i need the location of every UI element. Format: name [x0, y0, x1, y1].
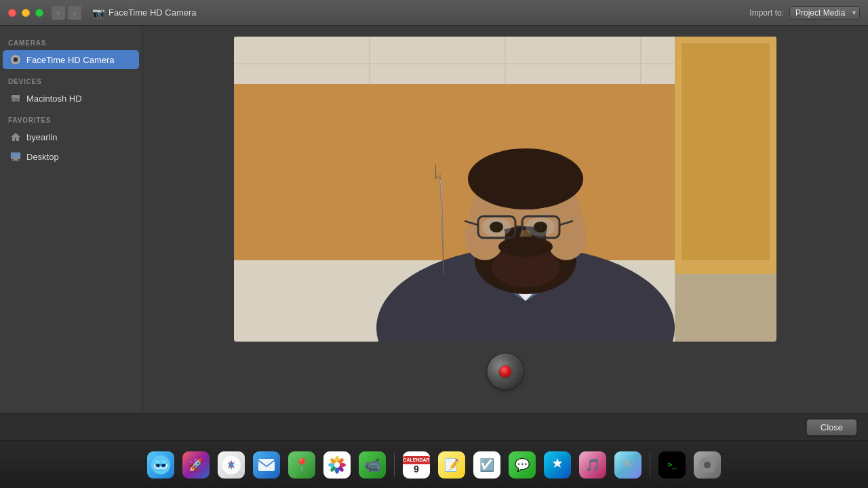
record-button[interactable]	[488, 354, 523, 389]
hdd-icon	[9, 92, 22, 104]
svg-point-2	[14, 58, 17, 61]
svg-rect-19	[234, 84, 675, 260]
dock-item-safari[interactable]	[215, 449, 248, 481]
svg-point-28	[468, 148, 583, 209]
svg-rect-8	[11, 152, 20, 157]
svg-point-66	[334, 462, 340, 468]
itunes-icon: 🎵	[579, 451, 606, 479]
devices-section-label: DEVICES	[0, 70, 142, 88]
sidebar-item-facetime-label: FaceTime HD Camera	[26, 55, 115, 65]
reminders-icon: ☑️	[473, 451, 500, 479]
sidebar-item-macintosh[interactable]: Macintosh HD	[3, 89, 139, 108]
camera-feed	[234, 37, 776, 342]
cameras-section-label: CAMERAS	[0, 31, 142, 49]
window-controls	[8, 9, 43, 17]
svg-rect-21	[682, 43, 770, 260]
svg-rect-70	[707, 470, 709, 473]
dock-item-preview[interactable]: 👁	[612, 449, 644, 481]
photos-icon	[323, 451, 351, 479]
nav-arrows: ‹ ›	[52, 6, 81, 20]
svg-rect-10	[12, 161, 19, 161]
dock-item-maps[interactable]: 📍	[285, 449, 318, 481]
svg-rect-71	[699, 464, 703, 466]
dock-item-messages[interactable]: 💬	[506, 449, 538, 481]
import-select-wrapper[interactable]: Project Media Library Desktop	[789, 6, 860, 20]
svg-rect-69	[707, 457, 709, 460]
content-area	[142, 26, 868, 413]
sidebar-item-desktop-label: Desktop	[26, 152, 59, 162]
bottom-bar: Close	[0, 413, 868, 441]
dock-item-appstore[interactable]	[541, 449, 574, 481]
mail-icon	[253, 451, 280, 479]
appstore-icon	[544, 451, 571, 479]
terminal-icon: >_	[658, 451, 686, 479]
dock-item-notes[interactable]: 📝	[435, 449, 468, 481]
forward-arrow[interactable]: ›	[68, 6, 81, 20]
calendar-icon: CALENDAR 9	[403, 451, 430, 479]
messages-icon: 💬	[509, 451, 536, 479]
svg-point-41	[534, 222, 547, 232]
camera-sidebar-icon	[9, 54, 22, 66]
sidebar-item-facetime-camera[interactable]: FaceTime HD Camera	[3, 50, 139, 69]
back-arrow[interactable]: ‹	[52, 6, 65, 20]
camera-icon: 📷	[92, 7, 104, 19]
svg-rect-72	[712, 464, 715, 466]
dock-item-terminal[interactable]: >_	[656, 449, 688, 481]
dock-item-mail[interactable]	[250, 449, 283, 481]
dock-item-system-prefs[interactable]	[691, 449, 724, 481]
close-button[interactable]: Close	[806, 419, 857, 436]
favorites-section-label: FAVORITES	[0, 108, 142, 127]
system-prefs-icon	[694, 451, 721, 479]
dock-separator	[394, 453, 395, 477]
safari-icon	[218, 451, 245, 479]
finder-icon	[147, 451, 174, 479]
window-title: FaceTime HD Camera	[108, 7, 197, 18]
video-container	[234, 37, 776, 342]
sidebar-item-byearlin[interactable]: byearlin	[3, 127, 139, 146]
sidebar-item-macintosh-label: Macintosh HD	[26, 94, 82, 104]
svg-point-6	[18, 100, 19, 101]
svg-rect-9	[14, 159, 18, 161]
dock-item-finder[interactable]	[144, 449, 177, 481]
dock: 🚀 📍	[0, 441, 868, 488]
dock-item-reminders[interactable]: ☑️	[471, 449, 503, 481]
svg-point-32	[546, 213, 587, 260]
minimize-window-button[interactable]	[22, 9, 30, 17]
sidebar-item-byearlin-label: byearlin	[26, 132, 58, 142]
desktop-icon	[9, 150, 22, 163]
dock-item-facetime[interactable]: 📹	[356, 449, 389, 481]
import-to-select[interactable]: Project Media Library Desktop	[789, 6, 860, 20]
dock-item-itunes[interactable]: 🎵	[576, 449, 609, 481]
record-button-area	[488, 354, 523, 389]
preview-icon: 👁	[614, 451, 642, 479]
svg-point-42	[498, 237, 553, 257]
dock-item-calendar[interactable]: CALENDAR 9	[400, 449, 433, 481]
dock-item-photos[interactable]	[321, 449, 353, 481]
svg-rect-56	[258, 459, 275, 471]
svg-point-68	[704, 462, 711, 468]
facetime-icon: 📹	[359, 451, 386, 479]
svg-point-40	[490, 222, 503, 232]
home-icon	[9, 131, 22, 143]
svg-rect-5	[13, 100, 15, 101]
sidebar: CAMERAS FaceTime HD Camera DEVICES	[0, 26, 142, 413]
main-area: CAMERAS FaceTime HD Camera DEVICES	[0, 26, 868, 413]
launchpad-icon: 🚀	[182, 451, 210, 479]
sidebar-item-desktop[interactable]: Desktop	[3, 147, 139, 166]
titlebar: ‹ › 📷 FaceTime HD Camera Import to: Proj…	[0, 0, 868, 26]
notes-icon: 📝	[438, 451, 465, 479]
maximize-window-button[interactable]	[35, 9, 43, 17]
dock-separator-2	[650, 453, 650, 477]
close-window-button[interactable]	[8, 9, 16, 17]
dock-item-launchpad[interactable]: 🚀	[180, 449, 212, 481]
import-label: Import to:	[749, 8, 784, 18]
maps-icon: 📍	[288, 451, 315, 479]
